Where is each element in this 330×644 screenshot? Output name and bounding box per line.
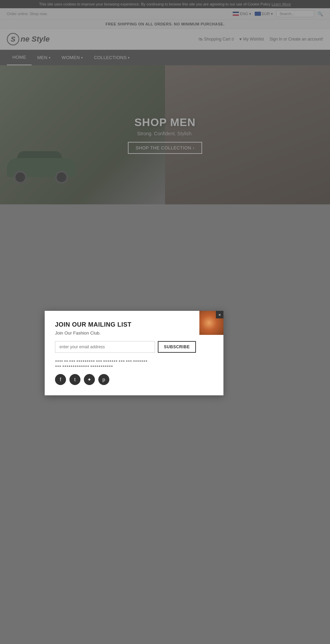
- modal-title: JOIN OUR MAILING LIST: [55, 321, 196, 328]
- twitter-button[interactable]: t: [69, 374, 80, 385]
- modal-body: JOIN OUR MAILING LIST Join Our Fashion C…: [45, 311, 223, 395]
- instagram-button[interactable]: ✦: [84, 374, 95, 385]
- modal-subscribe-button[interactable]: SUBSCRIBE: [158, 341, 196, 353]
- modal-terms-line2: ●●● ●●●●●●●●●●●●● ●●●●●●●●●●●: [55, 363, 196, 369]
- facebook-button[interactable]: f: [55, 374, 66, 385]
- pinterest-button[interactable]: p: [98, 374, 109, 385]
- modal-terms: ●●●♦ ●● ●●● ●●●●●●●●● ●●● ●●●●●●● ●●● ●●…: [55, 358, 196, 369]
- pinterest-icon: p: [102, 377, 105, 382]
- modal-terms-line1: ●●●♦ ●● ●●● ●●●●●●●●● ●●● ●●●●●●● ●●● ●●…: [55, 358, 196, 363]
- instagram-icon: ✦: [87, 377, 91, 382]
- modal-subtitle: Join Our Fashion Club.: [55, 330, 196, 336]
- facebook-icon: f: [60, 377, 61, 382]
- mailing-list-modal: × JOIN OUR MAILING LIST Join Our Fashion…: [45, 311, 223, 395]
- twitter-icon: t: [74, 377, 76, 382]
- modal-form: SUBSCRIBE: [55, 341, 196, 353]
- modal-email-input[interactable]: [55, 341, 155, 353]
- modal-social-links: f t ✦ p: [55, 374, 196, 385]
- modal-close-button[interactable]: ×: [216, 311, 223, 318]
